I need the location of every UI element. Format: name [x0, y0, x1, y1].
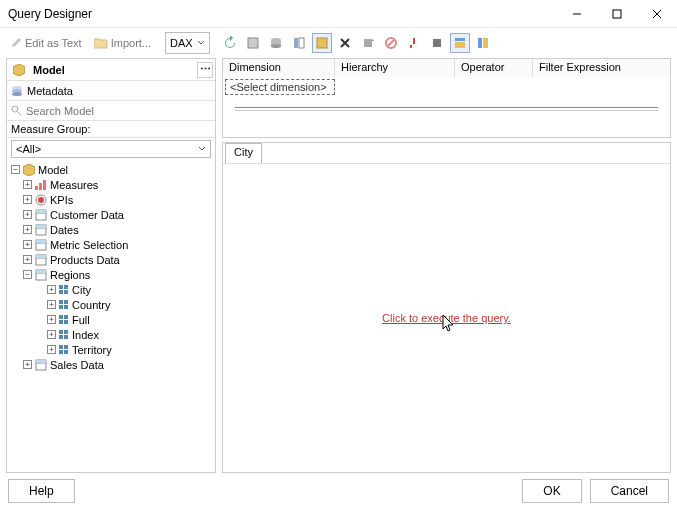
chevron-down-icon: [198, 145, 206, 153]
expander-icon[interactable]: +: [47, 300, 56, 309]
execute-icon[interactable]: [358, 33, 378, 53]
kpi-icon: [35, 194, 47, 206]
import-button[interactable]: Import...: [90, 32, 155, 54]
help-button[interactable]: Help: [8, 479, 75, 503]
minimize-button[interactable]: [557, 0, 597, 28]
tree-node-regions[interactable]: Regions: [50, 269, 90, 281]
tree-node-customer[interactable]: Customer Data: [50, 209, 124, 221]
layout-one-icon[interactable]: [450, 33, 470, 53]
svg-rect-59: [64, 320, 68, 324]
cancel-exec-icon[interactable]: [381, 33, 401, 53]
expander-icon[interactable]: +: [23, 240, 32, 249]
expander-icon[interactable]: +: [23, 195, 32, 204]
tree-node-metric[interactable]: Metric Selection: [50, 239, 128, 251]
svg-rect-8: [294, 38, 298, 48]
svg-rect-54: [59, 305, 63, 309]
table-icon: [35, 254, 47, 266]
tree-node-territory[interactable]: Territory: [72, 344, 112, 356]
expander-icon[interactable]: −: [11, 165, 20, 174]
tree-node-measures[interactable]: Measures: [50, 179, 98, 191]
svg-rect-50: [59, 290, 63, 294]
expander-icon[interactable]: +: [23, 210, 32, 219]
cancel-button[interactable]: Cancel: [590, 479, 669, 503]
search-icon: [11, 105, 22, 116]
model-label: Model: [33, 64, 65, 76]
svg-rect-51: [64, 290, 68, 294]
metadata-panel: Model ⋯ Metadata Measure Group: <All> −M…: [6, 58, 216, 473]
table-icon: [35, 359, 47, 371]
stack-icon: [11, 85, 23, 97]
design-mode-icon[interactable]: [404, 33, 424, 53]
tree-node-index[interactable]: Index: [72, 329, 99, 341]
expander-icon[interactable]: +: [23, 360, 32, 369]
toggle-pane-icon[interactable]: [289, 33, 309, 53]
db-cube-icon[interactable]: [243, 33, 263, 53]
svg-rect-64: [59, 345, 63, 349]
svg-rect-16: [410, 45, 412, 48]
svg-rect-19: [455, 38, 465, 41]
svg-rect-9: [299, 38, 304, 48]
column-icon: [59, 330, 69, 340]
delete-icon[interactable]: [335, 33, 355, 53]
tree-node-sales[interactable]: Sales Data: [50, 359, 104, 371]
expander-icon[interactable]: +: [47, 315, 56, 324]
tree-node-kpis[interactable]: KPIs: [50, 194, 73, 206]
layout-two-icon[interactable]: [473, 33, 493, 53]
results-pane: City Click to execute the query.: [222, 142, 671, 473]
tree-node-products[interactable]: Products Data: [50, 254, 120, 266]
measure-group-label: Measure Group:: [7, 121, 215, 138]
result-tab-city[interactable]: City: [225, 143, 262, 163]
expander-icon[interactable]: −: [23, 270, 32, 279]
execute-query-label: Click to execute the query.: [382, 312, 511, 324]
stop-icon[interactable]: [427, 33, 447, 53]
model-tree[interactable]: −Model +Measures +KPIs +Customer Data +D…: [7, 160, 215, 472]
show-aggregations-icon[interactable]: [312, 33, 332, 53]
ok-button[interactable]: OK: [522, 479, 581, 503]
model-more-icon[interactable]: ⋯: [197, 62, 213, 78]
execute-query-link[interactable]: Click to execute the query.: [382, 312, 511, 324]
expander-icon[interactable]: +: [47, 330, 56, 339]
svg-rect-55: [64, 305, 68, 309]
folder-icon: [94, 37, 108, 49]
edit-as-text-button[interactable]: Edit as Text: [6, 32, 86, 54]
svg-line-27: [18, 112, 21, 115]
language-value: DAX: [170, 37, 193, 49]
expander-icon[interactable]: +: [23, 225, 32, 234]
db-stack-icon[interactable]: [266, 33, 286, 53]
tree-node-city[interactable]: City: [72, 284, 91, 296]
svg-rect-18: [433, 39, 441, 47]
filter-divider: [235, 107, 658, 111]
column-icon: [59, 300, 69, 310]
tree-node-dates[interactable]: Dates: [50, 224, 79, 236]
svg-rect-48: [59, 285, 63, 289]
maximize-button[interactable]: [597, 0, 637, 28]
tree-node-full[interactable]: Full: [72, 314, 90, 326]
svg-rect-13: [364, 39, 372, 47]
column-icon: [59, 315, 69, 325]
tree-node-country[interactable]: Country: [72, 299, 111, 311]
svg-rect-65: [64, 345, 68, 349]
search-input[interactable]: [26, 105, 211, 117]
svg-rect-29: [39, 183, 42, 190]
svg-rect-4: [248, 38, 258, 48]
tree-node-model[interactable]: Model: [38, 164, 68, 176]
svg-rect-17: [413, 38, 415, 44]
svg-rect-35: [36, 210, 46, 213]
svg-rect-67: [64, 350, 68, 354]
table-icon: [35, 224, 47, 236]
expander-icon[interactable]: +: [47, 345, 56, 354]
svg-rect-47: [36, 270, 46, 273]
select-dimension-cell[interactable]: <Select dimension>: [225, 79, 335, 95]
filter-grid: Dimension Hierarchy Operator Filter Expr…: [222, 58, 671, 138]
svg-rect-70: [36, 360, 46, 363]
refresh-icon[interactable]: [220, 33, 240, 53]
measure-group-select[interactable]: <All>: [11, 140, 211, 158]
svg-rect-60: [59, 330, 63, 334]
expander-icon[interactable]: +: [23, 255, 32, 264]
expander-icon[interactable]: +: [47, 285, 56, 294]
svg-rect-1: [613, 10, 621, 18]
close-button[interactable]: [637, 0, 677, 28]
column-icon: [59, 285, 69, 295]
expander-icon[interactable]: +: [23, 180, 32, 189]
language-select[interactable]: DAX: [165, 32, 210, 54]
